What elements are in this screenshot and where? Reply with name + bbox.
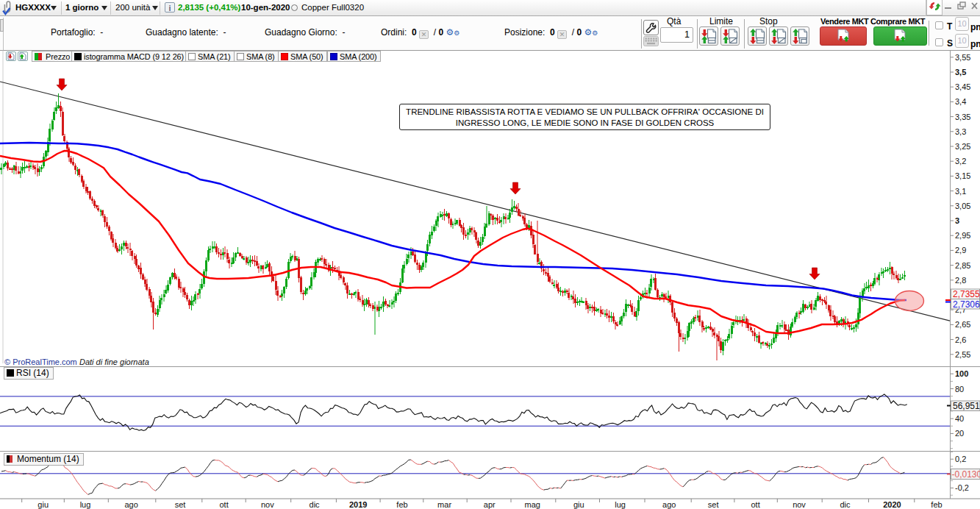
svg-text:feb: feb [396,500,407,509]
svg-text:nov: nov [793,500,806,509]
svg-text:Dati di fine giornata: Dati di fine giornata [79,357,149,366]
svg-text:3,25: 3,25 [955,142,970,151]
svg-text:3: 3 [955,216,959,225]
svg-text:giu: giu [573,500,584,509]
svg-text:lug: lug [80,500,91,509]
svg-text:mag: mag [525,500,540,509]
svg-text:set: set [175,500,186,509]
svg-text:3,2: 3,2 [955,157,966,165]
svg-text:2,8: 2,8 [955,276,966,285]
svg-text:3,05: 3,05 [955,202,970,210]
svg-text:3,1: 3,1 [955,187,966,196]
svg-text:-0,2: -0,2 [955,483,969,492]
svg-text:2,85: 2,85 [955,261,970,270]
svg-text:2,55: 2,55 [955,350,970,359]
svg-text:nov: nov [261,500,274,509]
svg-text:2,9: 2,9 [955,246,966,254]
svg-text:-0,0130: -0,0130 [952,469,980,480]
svg-text:ott: ott [751,500,759,509]
svg-text:3,15: 3,15 [955,171,970,180]
svg-text:80: 80 [955,385,964,394]
svg-text:2020: 2020 [883,500,901,509]
svg-text:lug: lug [615,500,626,509]
svg-text:dic: dic [840,500,851,509]
svg-text:3,45: 3,45 [955,82,970,91]
svg-text:100: 100 [955,369,968,378]
svg-text:2,7355: 2,7355 [953,289,980,299]
svg-text:3,5: 3,5 [955,68,966,76]
svg-text:2,6: 2,6 [955,335,966,344]
svg-text:ago: ago [124,500,137,509]
svg-text:56,951: 56,951 [953,401,980,411]
svg-text:ott: ott [219,500,228,509]
svg-text:40: 40 [955,414,964,423]
svg-text:3,35: 3,35 [955,113,970,121]
svg-text:0,2: 0,2 [955,455,966,463]
svg-text:mar: mar [437,500,451,509]
svg-text:dic: dic [310,500,321,509]
svg-text:2019: 2019 [349,500,367,509]
svg-text:set: set [708,500,719,509]
svg-text:feb: feb [931,500,942,509]
svg-text:© ProRealTime.com: © ProRealTime.com [4,357,77,366]
svg-text:3,55: 3,55 [955,53,970,62]
svg-text:3,4: 3,4 [955,97,966,106]
svg-text:3,3: 3,3 [955,127,966,136]
svg-text:2,95: 2,95 [955,231,970,240]
svg-text:2,7306: 2,7306 [953,299,980,310]
svg-text:giu: giu [37,500,49,509]
svg-text:20: 20 [955,429,964,438]
svg-text:ago: ago [662,500,676,509]
svg-text:apr: apr [484,500,496,509]
svg-text:2,65: 2,65 [955,320,970,329]
